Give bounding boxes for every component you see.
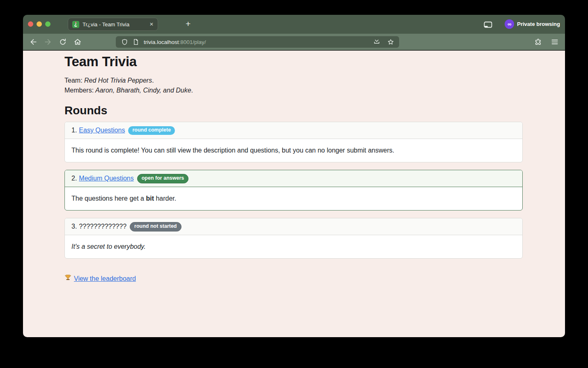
trophy-icon — [64, 274, 71, 283]
page-title: Team Trivia — [64, 54, 565, 69]
status-badge-round-complete: round complete — [128, 126, 175, 135]
description-text: harder. — [154, 195, 176, 202]
members-period: . — [191, 87, 193, 94]
close-window-button[interactable] — [28, 21, 33, 27]
url-host: trivia.localhost — [144, 39, 179, 45]
status-badge-open-for-answers: open for answers — [137, 174, 189, 183]
url-bar[interactable]: trivia.localhost:8001/play/ — [116, 36, 399, 48]
titlebar: ¿ Tr¿via - Team Trivia ✕ + ∞ Private bro… — [23, 15, 565, 34]
members-label: Members: — [64, 87, 94, 94]
home-button[interactable] — [73, 37, 82, 46]
nav-toolbar: trivia.localhost:8001/play/ — [23, 34, 565, 50]
tab-favicon: ¿ — [72, 21, 79, 28]
private-browsing-label: Private browsing — [517, 21, 560, 27]
mask-glyph: ∞ — [508, 21, 511, 27]
description-text: The questions here get a — [71, 195, 146, 202]
rounds-heading: Rounds — [64, 104, 565, 117]
save-to-pocket-icon[interactable] — [372, 37, 381, 46]
forward-button[interactable] — [44, 37, 53, 46]
round-card-1: 1.Easy Questionsround complete This roun… — [64, 122, 523, 162]
round-number: 1. — [71, 127, 77, 134]
round-card-header: 1.Easy Questionsround complete — [65, 122, 522, 139]
round-description: This round is complete! You can still vi… — [65, 139, 522, 162]
rounds-list: 1.Easy Questionsround complete This roun… — [64, 122, 523, 259]
round-number: 3. — [71, 223, 77, 230]
browser-tab[interactable]: ¿ Tr¿via - Team Trivia ✕ — [68, 18, 158, 31]
url-path: :8001/play/ — [179, 39, 206, 45]
round-card-header: 2.Medium Questionsopen for answers — [65, 170, 522, 187]
members-names: Aaron, Bharath, Cindy, and Duke — [94, 87, 191, 94]
round-link-medium-questions[interactable]: Medium Questions — [79, 175, 133, 182]
close-tab-icon[interactable]: ✕ — [149, 21, 154, 27]
round-card-3: 3.?????????????round not started It's a … — [64, 218, 523, 259]
new-tab-button[interactable]: + — [186, 19, 191, 29]
team-line: Team: Red Hot Trivia Peppers. — [64, 76, 565, 86]
page-content: Team Trivia Team: Red Hot Trivia Peppers… — [23, 51, 565, 337]
shield-icon[interactable] — [120, 37, 129, 46]
back-button[interactable] — [29, 37, 38, 46]
tab-title: Tr¿via - Team Trivia — [83, 21, 147, 28]
url-text: trivia.localhost:8001/play/ — [144, 39, 206, 45]
team-label: Team: — [64, 77, 83, 84]
round-link-easy-questions[interactable]: Easy Questions — [79, 127, 125, 134]
menu-hamburger-icon[interactable] — [550, 37, 559, 46]
round-card-2: 2.Medium Questionsopen for answers The q… — [64, 170, 523, 211]
bookmark-star-icon[interactable] — [386, 37, 395, 46]
maximize-window-button[interactable] — [45, 21, 51, 27]
round-number: 2. — [71, 175, 77, 182]
team-period: . — [152, 77, 154, 84]
status-badge-round-not-started: round not started — [130, 222, 181, 231]
extensions-icon[interactable] — [533, 37, 542, 46]
private-mask-icon: ∞ — [505, 19, 514, 29]
description-bold-text: bit — [146, 195, 154, 202]
members-line: Members: Aaron, Bharath, Cindy, and Duke… — [64, 86, 565, 95]
favicon-dot — [75, 22, 76, 23]
traffic-lights — [28, 21, 51, 27]
minimize-window-button[interactable] — [37, 21, 42, 27]
team-name: Red Hot Trivia Peppers — [83, 77, 152, 84]
round-description: The questions here get a bit harder. — [65, 187, 522, 210]
round-title-hidden: ????????????? — [79, 223, 126, 230]
private-browsing-badge: ∞ Private browsing — [505, 19, 560, 29]
round-card-header: 3.?????????????round not started — [65, 218, 522, 235]
reload-button[interactable] — [58, 37, 67, 46]
view-leaderboard-link[interactable]: View the leaderboard — [74, 275, 136, 282]
round-description: It's a secret to everybody. — [65, 235, 522, 258]
browser-window: ¿ Tr¿via - Team Trivia ✕ + ∞ Private bro… — [23, 15, 565, 337]
page-info-icon[interactable] — [131, 37, 140, 46]
tab-overview-icon[interactable] — [483, 20, 492, 29]
